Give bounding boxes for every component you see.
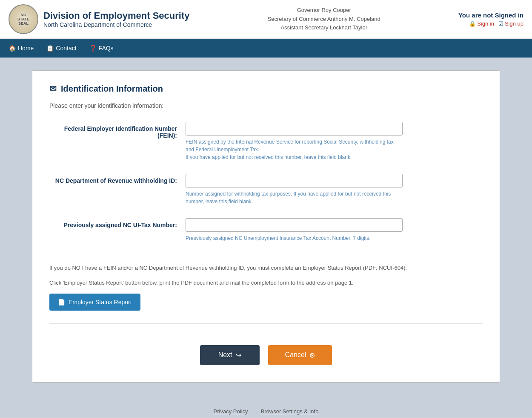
action-buttons: Next ↪ Cancel ⊗ (49, 337, 483, 365)
fein-row: Federal Employer Identification Number (… (49, 122, 483, 161)
next-button[interactable]: Next ↪ (200, 345, 260, 365)
nav-home[interactable]: 🏠 Home (9, 45, 34, 52)
navbar: 🏠 Home 📋 Contact ❓ FAQs (0, 39, 532, 58)
secretary-name: Secretary of Commerce Anthony M. Copelan… (268, 15, 380, 24)
card-subtitle: Please enter your identification informa… (49, 102, 483, 109)
check-icon: ☑ (498, 20, 503, 27)
action-divider (49, 323, 483, 324)
page-header: NCSTATESEAL Division of Employment Secur… (0, 0, 532, 39)
auth-links: 🔒 Sign in ☑ Sign up (458, 20, 523, 27)
footer-links: Privacy Policy Browser Settings & Info (9, 408, 523, 415)
main-card: ✉ Identification Information Please ente… (32, 70, 500, 383)
info-line2: Click 'Employer Status Report' button be… (49, 279, 483, 288)
fein-input[interactable] (186, 122, 403, 135)
nav-contact[interactable]: 📋 Contact (46, 45, 76, 52)
employer-status-report-button[interactable]: 📄 Employer Status Report (49, 294, 140, 311)
page-footer: Privacy Policy Browser Settings & Info ©… (0, 395, 532, 418)
header-officials: Governor Roy Cooper Secretary of Commerc… (268, 6, 380, 32)
nc-label: NC Department of Revenue withholding ID: (49, 174, 186, 184)
header-title-block: Division of Employment Security North Ca… (43, 10, 190, 28)
sign-up-link[interactable]: ☑ Sign up (498, 20, 523, 27)
nav-faqs[interactable]: ❓ FAQs (89, 45, 114, 52)
sign-in-link[interactable]: 🔒 Sign in (469, 20, 494, 27)
envelope-icon: ✉ (49, 84, 57, 94)
browser-settings-link[interactable]: Browser Settings & Info (261, 408, 319, 415)
info-line1: If you do NOT have a FEIN and/or a NC De… (49, 264, 483, 273)
ui-field-block: Presviously assigned NC Unemployment Ins… (186, 218, 483, 242)
faqs-icon: ❓ (89, 45, 97, 52)
ui-hint: Presviously assigned NC Unemployment Ins… (186, 234, 403, 242)
fein-hint: FEIN assigned by the Internal Revenue Se… (186, 138, 403, 161)
cancel-button[interactable]: Cancel ⊗ (268, 345, 332, 365)
org-title-main: Division of Employment Security (43, 10, 190, 21)
card-title-text: Identification Information (61, 84, 163, 94)
report-icon: 📄 (58, 299, 65, 306)
page-content: ✉ Identification Information Please ente… (0, 58, 532, 395)
fein-field-block: FEIN assigned by the Internal Revenue Se… (186, 122, 483, 161)
ui-tax-input[interactable] (186, 218, 403, 232)
form-divider (49, 255, 483, 255)
cancel-circle-icon: ⊗ (309, 351, 315, 359)
lock-icon: 🔒 (469, 20, 476, 27)
nc-hint: Number assigned for withholding tax purp… (186, 190, 403, 205)
nc-withholding-row: NC Department of Revenue withholding ID:… (49, 174, 483, 205)
ui-label: Previously assigned NC UI-Tax Number: (49, 218, 186, 228)
card-title-row: ✉ Identification Information (49, 84, 483, 98)
assistant-name: Assistant Secretary Lockhart Taylor (268, 23, 380, 32)
header-right: You are not Signed in 🔒 Sign in ☑ Sign u… (458, 12, 523, 27)
nc-withholding-input[interactable] (186, 174, 403, 187)
fein-label: Federal Employer Identification Number (… (49, 122, 186, 139)
state-seal: NCSTATESEAL (9, 4, 38, 34)
home-icon: 🏠 (9, 45, 16, 52)
governor-name: Governor Roy Cooper (268, 6, 380, 15)
ui-tax-row: Previously assigned NC UI-Tax Number: Pr… (49, 218, 483, 242)
org-title-sub: North Carolina Department of Commerce (43, 21, 190, 28)
contact-icon: 📋 (46, 45, 54, 52)
sign-status: You are not Signed in (458, 12, 523, 19)
nc-field-block: Number assigned for withholding tax purp… (186, 174, 483, 205)
next-arrow-icon: ↪ (236, 351, 241, 359)
header-left: NCSTATESEAL Division of Employment Secur… (9, 4, 190, 34)
privacy-policy-link[interactable]: Privacy Policy (214, 408, 248, 415)
